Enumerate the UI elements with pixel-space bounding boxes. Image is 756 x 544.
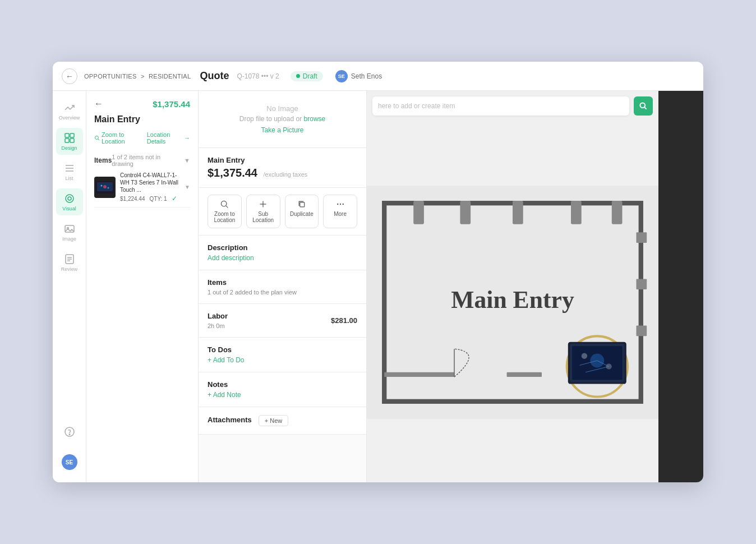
svg-point-54 [582,353,587,358]
sidebar-item-list[interactable]: List [56,158,83,185]
add-description-link[interactable]: Add description [208,254,357,262]
items-count: 1 of 2 items not in drawing [112,154,182,167]
product-name: Control4 C4-WALL7-1-WH T3 Series 7 In-Wa… [120,172,180,193]
duplicate-btn[interactable]: Duplicate [285,195,319,228]
svg-point-31 [339,204,340,205]
sidebar-item-overview[interactable]: Overview [56,98,83,125]
location-name: Main Entry [86,114,198,127]
drawing-area: here to add or create item Mai [367,91,658,482]
labor-price: $281.00 [331,316,357,325]
draft-dot [296,74,300,78]
attachments-label: Attachments [208,416,252,424]
todos-label: To Dos [208,345,357,354]
svg-rect-2 [65,139,69,142]
svg-point-7 [66,195,73,202]
drawing-search-btn[interactable] [634,96,653,116]
main-body: Overview Design List [53,91,703,482]
breadcrumb: OPPORTUNITIES > RESIDENTIAL [84,73,191,80]
product-dropdown-arrow[interactable]: ▼ [185,184,190,190]
notes-section: Notes + Add Note [199,372,366,407]
drawing-toolbar: here to add or create item [372,96,653,116]
description-label: Description [208,243,357,252]
drop-file-text: Drop file to upload or browse [208,115,357,123]
draft-badge: Draft [291,71,323,81]
svg-rect-44 [507,372,542,377]
product-price-row: $1,224.44 QTY: 1 ✓ [120,195,180,202]
back-button[interactable]: ← [62,68,77,84]
add-note-link[interactable]: + Add Note [208,391,357,399]
labor-section: Labor 2h 0m $281.00 [199,304,366,338]
svg-point-55 [606,363,611,369]
labor-label: Labor [208,312,228,320]
action-buttons: Zoom toLocation SubLocation Duplicate [199,188,366,236]
more-btn[interactable]: More [323,195,357,228]
svg-rect-46 [636,232,647,243]
zoom-to-location-link[interactable]: Zoom to Location [94,131,141,145]
detail-price: $1,375.44 [208,167,257,179]
sidebar-item-visual[interactable]: Visual [56,188,83,215]
svg-line-34 [644,107,646,109]
location-back-button[interactable]: ← [94,99,103,109]
svg-rect-48 [636,326,647,336]
take-picture-link[interactable]: Take a Picture [208,126,357,134]
detail-title: Main Entry [208,156,357,164]
labor-time: 2h 0m [208,322,228,329]
drawing-search-bar[interactable]: here to add or create item [372,96,629,116]
image-upload-zone[interactable]: No Image Drop file to upload or browse T… [199,91,366,148]
title-price-block: Main Entry $1,375.44 /excluding taxes [199,148,366,188]
svg-rect-39 [460,201,471,224]
product-card: Control4 C4-WALL7-1-WH T3 Series 7 In-Wa… [94,167,190,208]
user-avatar-sidebar: SE [62,454,77,470]
svg-point-16 [69,434,70,435]
user-avatar: SE [335,70,348,82]
no-image-text: No Image [208,104,357,113]
notes-label: Notes [208,380,357,389]
location-panel: ← $1,375.44 Main Entry Zoom to Location … [86,91,199,482]
top-bar: ← OPPORTUNITIES > RESIDENTIAL Quote Q-10… [53,62,703,91]
svg-text:Main Entry: Main Entry [451,286,574,313]
svg-rect-41 [571,201,582,224]
svg-point-24 [108,187,109,188]
items-sub: 1 out of 2 added to the plan view [208,289,357,296]
svg-rect-29 [300,202,305,207]
sidebar-item-user[interactable]: SE [56,449,83,476]
quote-id: Q-1078 ••• v 2 [237,72,279,80]
sidebar-item-design[interactable]: Design [56,128,83,155]
location-actions: Zoom to Location Location Details → [86,127,198,149]
location-header: ← $1,375.44 [86,91,198,114]
quote-title: Quote [200,70,229,82]
svg-rect-43 [384,372,454,377]
svg-rect-42 [612,201,623,224]
check-icon: ✓ [172,195,177,202]
location-details-link[interactable]: Location Details → [147,131,190,145]
svg-rect-38 [413,201,424,224]
svg-point-25 [222,201,227,206]
sidebar-item-help[interactable] [56,418,83,445]
sub-location-btn[interactable]: SubLocation [246,195,280,228]
floor-plan: Main Entry [367,122,658,482]
product-thumbnail [94,177,116,198]
todos-section: To Dos + Add To Do [199,338,366,372]
new-attachment-btn[interactable]: + New [259,415,289,426]
items-section: Items 1 of 2 items not in drawing ▼ [86,149,198,212]
svg-rect-3 [70,139,74,142]
items-detail-section: Items 1 out of 2 added to the plan view [199,270,366,304]
sidebar-item-review[interactable]: Review [56,249,83,276]
add-todo-link[interactable]: + Add To Do [208,356,357,364]
right-dark-panel [658,91,703,482]
svg-rect-0 [65,133,69,137]
user-info: SE Seth Enos [335,70,382,82]
svg-rect-40 [513,201,523,224]
svg-point-23 [101,185,103,186]
svg-line-18 [98,139,99,140]
description-section: Description Add description [199,236,366,270]
items-label: Items 1 of 2 items not in drawing ▼ [94,154,190,167]
icon-sidebar: Overview Design List [53,91,86,482]
svg-line-26 [227,206,228,208]
svg-rect-9 [65,225,74,232]
zoom-to-location-btn[interactable]: Zoom toLocation [208,195,242,228]
svg-point-22 [103,185,107,188]
detail-panel: No Image Drop file to upload or browse T… [199,91,367,482]
browse-link[interactable]: browse [304,115,326,123]
sidebar-item-image[interactable]: Image [56,219,83,246]
